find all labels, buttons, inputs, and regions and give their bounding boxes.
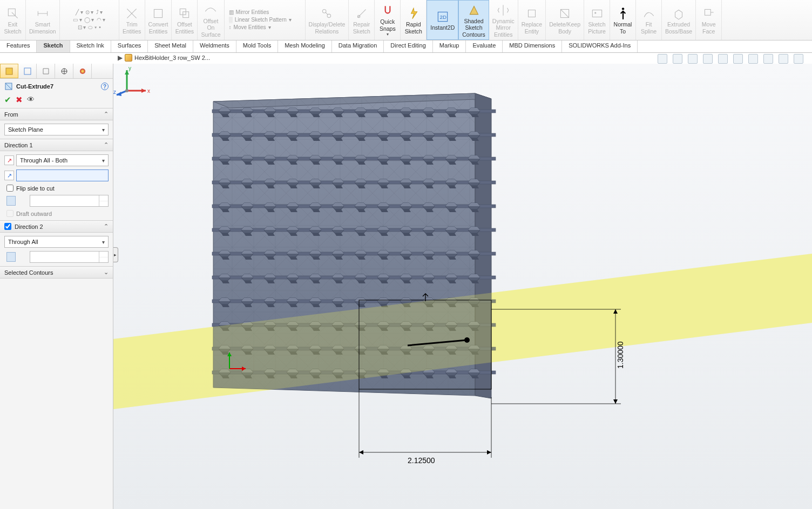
preview-toggle[interactable]: 👁: [27, 95, 35, 105]
normal-to-button[interactable]: Normal To: [610, 0, 636, 40]
svg-text:2D: 2D: [439, 15, 446, 21]
flyout-grip[interactable]: ▸: [113, 247, 118, 262]
direction1-end-condition[interactable]: Through All - Both: [16, 154, 109, 166]
tab-direct-editing[interactable]: Direct Editing: [384, 40, 432, 52]
tab-sketch[interactable]: Sketch: [37, 40, 70, 52]
direction2-end-condition[interactable]: Through All: [4, 236, 109, 248]
extrude-icon: [672, 6, 686, 21]
draft2-angle-spinner[interactable]: [30, 251, 109, 263]
offset-icon: [178, 6, 192, 21]
breadcrumb[interactable]: ▶ HexBitHolder_3 row_SW 2...: [118, 54, 210, 62]
feature-tree-tab[interactable]: [0, 64, 18, 78]
orientation-triad[interactable]: x y z: [113, 64, 151, 101]
previous-view-icon[interactable]: [688, 54, 698, 64]
view-settings-icon[interactable]: [794, 54, 803, 64]
svg-marker-46: [613, 399, 618, 404]
tab-markup[interactable]: Markup: [433, 40, 466, 52]
extruded-boss-button[interactable]: Extruded Boss/Base: [662, 0, 696, 40]
cut-extrude-icon: [4, 82, 13, 91]
delete-keep-body-button[interactable]: Delete/Keep Body: [546, 0, 584, 40]
tab-solidworks-add-ins[interactable]: SOLIDWORKS Add-Ins: [562, 40, 638, 52]
sketch-tools-group[interactable]: ╱ ▾⊙ ▾⤴ ▾ ▭ ▾◯ ▾◠ ▾ ⊡ ▾⬭ ▾•: [60, 0, 119, 40]
offset-surf-icon: [204, 3, 218, 17]
hide-show-icon[interactable]: [748, 54, 758, 64]
edit-appearance-icon[interactable]: [763, 54, 773, 64]
shaded-sketch-contours-button[interactable]: Shaded Sketch Contours: [458, 0, 489, 40]
tab-mbd-dimensions[interactable]: MBD Dimensions: [503, 40, 562, 52]
instant2d-button[interactable]: 2D Instant2D: [427, 0, 458, 40]
from-section-header[interactable]: From⌃: [0, 108, 113, 120]
snap-icon: [381, 4, 395, 18]
from-combo[interactable]: Sketch Plane: [4, 124, 109, 135]
zoom-to-fit-icon[interactable]: [658, 54, 667, 64]
move-face-button[interactable]: Move Face: [696, 0, 722, 40]
normal-to-icon: [616, 6, 630, 21]
property-manager-tab[interactable]: [18, 64, 37, 78]
svg-rect-16: [24, 68, 31, 74]
tab-weldments[interactable]: Weldments: [193, 40, 236, 52]
smart-dimension-button[interactable]: Smart Dimension: [26, 0, 60, 40]
offset-on-surface-button[interactable]: Offset On Surface: [198, 0, 224, 40]
convert-entities-button[interactable]: Convert Entities: [145, 0, 172, 40]
svg-text:y: y: [128, 65, 131, 71]
confirm-row: ✔ ✖ 👁: [0, 94, 113, 108]
direction-arrow-icon[interactable]: ↗: [4, 171, 14, 180]
draft-angle-spinner[interactable]: [30, 195, 109, 207]
tab-mesh-modeling[interactable]: Mesh Modeling: [278, 40, 332, 52]
instant2d-icon: 2D: [436, 10, 450, 24]
sketch-picture-button[interactable]: Sketch Picture: [584, 0, 610, 40]
repair-sketch-button[interactable]: Repair Sketch: [349, 0, 375, 40]
property-manager: Cut-Extrude7 ? ✔ ✖ 👁 From⌃ Sketch Plane …: [0, 64, 113, 509]
tab-features[interactable]: Features: [0, 40, 37, 52]
tab-surfaces[interactable]: Surfaces: [111, 40, 148, 52]
draft-icon[interactable]: [6, 196, 16, 206]
svg-rect-1: [154, 9, 162, 17]
svg-point-13: [621, 8, 624, 10]
zoom-area-icon[interactable]: [673, 54, 682, 64]
svg-point-57: [125, 89, 128, 92]
shaded-icon: [467, 3, 481, 17]
view-orientation-icon[interactable]: [718, 54, 728, 64]
draft-outward-checkbox: [6, 210, 13, 217]
display-delete-relations-button[interactable]: Display/Delete Relations: [306, 0, 349, 40]
dimxpert-tab[interactable]: [55, 64, 73, 78]
tab-data-migration[interactable]: Data Migration: [332, 40, 384, 52]
ok-button[interactable]: ✔: [4, 95, 11, 105]
apply-scene-icon[interactable]: [779, 54, 788, 64]
cancel-button[interactable]: ✖: [16, 95, 23, 105]
flip-side-checkbox[interactable]: [6, 185, 13, 192]
rapid-sketch-button[interactable]: Rapid Sketch: [401, 0, 427, 40]
section-view-icon[interactable]: [703, 54, 713, 64]
display-manager-tab[interactable]: [73, 64, 92, 78]
fit-spline-button[interactable]: Fit Spline: [636, 0, 662, 40]
graphics-area[interactable]: 2.12500 1.30000 x y z ▸: [113, 64, 812, 509]
trim-entities-button[interactable]: Trim Entities: [119, 0, 145, 40]
configuration-tab[interactable]: [37, 64, 55, 78]
direction1-distance-input[interactable]: [16, 169, 109, 181]
tab-sketch-ink[interactable]: Sketch Ink: [70, 40, 111, 52]
svg-rect-15: [6, 68, 12, 74]
offset-entities-button[interactable]: Offset Entities: [172, 0, 198, 40]
dynamic-mirror-button[interactable]: Dynamic Mirror Entities: [489, 0, 518, 40]
selected-contours-header[interactable]: Selected Contours⌄: [0, 266, 113, 279]
tab-evaluate[interactable]: Evaluate: [466, 40, 503, 52]
view-hud-toolbar: [658, 54, 803, 64]
exit-sketch-button[interactable]: Exit Sketch: [0, 0, 26, 40]
direction2-header[interactable]: Direction 2⌃: [0, 220, 113, 233]
tab-mold-tools[interactable]: Mold Tools: [236, 40, 278, 52]
reverse-direction-icon[interactable]: ↗: [4, 155, 14, 165]
draft2-icon[interactable]: [6, 252, 16, 262]
pattern-group[interactable]: ▥Mirror Entities ░Linear Sketch Pattern▾…: [225, 0, 306, 40]
direction1-header[interactable]: Direction 1⌃: [0, 139, 113, 151]
quick-snaps-button[interactable]: Quick Snaps ▾: [375, 0, 401, 40]
repair-icon: [355, 6, 369, 21]
tab-sheet-metal[interactable]: Sheet Metal: [148, 40, 193, 52]
direction2-enable-checkbox[interactable]: [4, 223, 11, 230]
help-icon[interactable]: ?: [101, 83, 109, 90]
display-style-icon[interactable]: [733, 54, 743, 64]
convert-icon: [151, 6, 165, 21]
move-face-icon: [702, 6, 716, 21]
svg-point-31: [464, 337, 470, 343]
replace-entity-button[interactable]: Replace Entity: [518, 0, 546, 40]
dimension-horizontal[interactable]: 2.12500: [359, 389, 491, 465]
